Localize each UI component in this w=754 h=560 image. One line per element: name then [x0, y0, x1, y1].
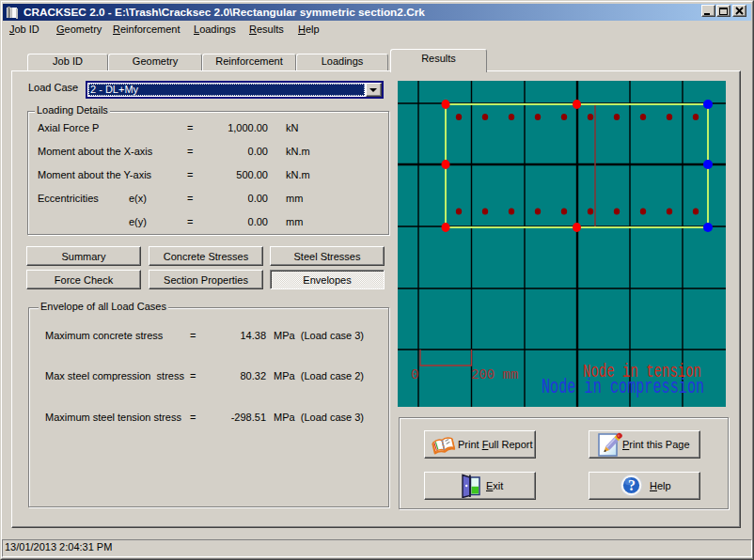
svg-text:?: ?: [628, 477, 636, 493]
